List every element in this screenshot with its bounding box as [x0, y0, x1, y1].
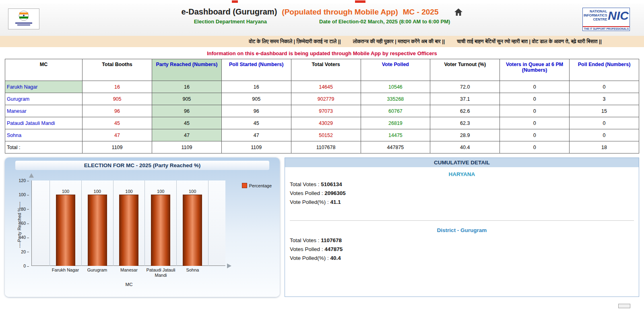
stat-label: Total Votes :: [290, 181, 321, 187]
stat-line: Total Votes : 1107678: [290, 237, 634, 243]
cell-voters-in-queue: 0: [500, 117, 570, 129]
col-header-voter-turnout: Voter Turnout (%): [430, 59, 500, 81]
y-tick: 100: [19, 192, 29, 197]
slogan-2: लोकतन्त्र की यही पुकार | मतदान करेंगे अब…: [353, 39, 445, 45]
cell-voters-in-queue: 0: [500, 141, 570, 153]
table-row: Pataudi Jatauli Mandi 45 45 45 43029 268…: [5, 117, 639, 129]
cumulative-detail-panel: CUMULATIVE DETAIL HARYANA Total Votes : …: [285, 158, 639, 297]
update-notice: Information on this e-dashboard is being…: [0, 50, 644, 56]
legend-swatch: [242, 183, 247, 188]
cell-total-booths: 96: [83, 105, 152, 117]
cell-total-booths: 905: [83, 93, 152, 105]
stat-value: 2096305: [324, 190, 346, 196]
stat-value: 447875: [324, 246, 343, 252]
cell-voter-turnout: 62.6: [430, 105, 500, 117]
cell-vote-polled: 10546: [361, 81, 430, 93]
y-tick: 80: [21, 207, 29, 212]
cumulative-section-district: District - Gurugram Total Votes : 110767…: [290, 227, 634, 261]
bar-group: 100: [50, 180, 81, 266]
cell-vote-polled: 60767: [361, 105, 430, 117]
cell-party-reached: 1109: [152, 141, 221, 153]
slogan-1: वोट के लिए समय निकाले | ज़िम्मेदारी कतई …: [249, 39, 341, 45]
x-category-label: Pataudi Jatauli Mandi: [145, 268, 177, 278]
stat-line: Vote Polled(%) : 40.4: [290, 255, 634, 261]
col-header-vote-polled: Vote Polled: [361, 59, 430, 81]
home-icon[interactable]: [454, 8, 463, 16]
cell-voter-turnout: 62.3: [430, 117, 500, 129]
cell-total-label: Total :: [5, 141, 83, 153]
x-category-label: Manesar: [113, 268, 145, 278]
cell-total-booths: 16: [83, 81, 152, 93]
mc-link[interactable]: Sohna: [7, 133, 21, 138]
cell-total-voters: 43029: [291, 117, 361, 129]
stat-line: Vote Polled(%) : 41.1: [290, 199, 634, 205]
title-mc-year: MC - 2025: [403, 8, 439, 17]
bar-group: 100: [113, 180, 145, 266]
cell-voters-in-queue: 0: [500, 81, 570, 93]
legend-label: Percentage: [249, 183, 272, 188]
horizontal-scrollbar-thumb[interactable]: [618, 304, 630, 308]
cumulative-detail-body: HARYANA Total Votes : 5106134 Votes Poll…: [285, 167, 639, 261]
nic-tagline: THE IT SUPPORT PROFESSIONALS: [583, 26, 630, 31]
slogan-marquee: वोट के लिए समय निकाले | ज़िम्मेदारी कतई …: [0, 36, 644, 47]
x-axis-arrow-icon: [227, 263, 231, 268]
cell-voters-in-queue: 0: [500, 93, 570, 105]
cell-poll-started: 96: [221, 105, 291, 117]
stat-value: 1107678: [321, 237, 342, 243]
mc-link[interactable]: Manesar: [7, 108, 27, 114]
stat-label: Vote Polled(%) :: [290, 199, 330, 205]
stat-value: 40.4: [330, 255, 341, 261]
table-row: Gurugram 905 905 905 902779 335268 37.1 …: [5, 93, 639, 105]
cell-poll-ended: 18: [570, 141, 639, 153]
bar: [119, 195, 138, 266]
bar: [56, 195, 75, 266]
nic-word-2: INFORMATICS: [584, 13, 607, 17]
bar: [88, 195, 107, 266]
cell-poll-started: 905: [221, 93, 291, 105]
bar: [183, 195, 202, 266]
bars-region: 100 100 100 100 100: [50, 180, 208, 266]
chart-panel: ELECTION FOR MC - 2025 (Party Reached %)…: [5, 158, 280, 297]
cell-vote-polled: 14475: [361, 129, 430, 141]
mc-link[interactable]: Gurugram: [7, 96, 29, 102]
bar-value-label: 100: [62, 189, 69, 194]
table-header-row: MC Total Booths Party Reached (Numbers) …: [5, 59, 639, 81]
mc-link[interactable]: Farukh Nagar: [7, 84, 37, 90]
table-row: Sohna 47 47 47 50152 14475 28.9 0 0: [5, 129, 639, 141]
x-category-label: Sohna: [177, 268, 208, 278]
department-label: Election Department Haryana: [194, 19, 267, 25]
cumulative-section-haryana: HARYANA Total Votes : 5106134 Votes Poll…: [290, 171, 634, 205]
col-header-mc: MC: [5, 59, 83, 81]
stat-label: Votes Polled :: [290, 246, 324, 252]
col-header-party-reached: Party Reached (Numbers): [152, 59, 221, 81]
mc-summary-table: MC Total Booths Party Reached (Numbers) …: [5, 59, 639, 153]
bar-value-label: 100: [125, 189, 132, 194]
cell-poll-ended: 0: [570, 117, 639, 129]
y-tick: 20: [21, 249, 29, 254]
stat-label: Votes Polled :: [290, 190, 324, 196]
cell-voter-turnout: 40.4: [430, 141, 500, 153]
mc-link[interactable]: Pataudi Jatauli Mandi: [7, 120, 55, 126]
cell-poll-started: 47: [221, 129, 291, 141]
chart-plot-area: ----Party Reached %---- 120 100 80 60 40…: [10, 171, 274, 290]
y-axis-ticks: 120 100 80 60 40 20 0: [16, 178, 29, 268]
cell-poll-ended: 0: [570, 81, 639, 93]
election-date: Date of Election-02 March, 2025 (8:00 AM…: [319, 19, 450, 25]
slogan-3: चाची ताई बाहण बेटियों सुन त्यो म्हारी बा…: [457, 39, 602, 45]
cell-total-booths: 1109: [83, 141, 152, 153]
bar-value-label: 100: [189, 189, 196, 194]
cell-total-voters: 902779: [291, 93, 361, 105]
section-divider: [290, 220, 634, 221]
stat-value: 5106134: [321, 181, 342, 187]
cell-party-reached: 16: [152, 81, 221, 93]
cell-poll-ended: 15: [570, 105, 639, 117]
cell-voters-in-queue: 0: [500, 105, 570, 117]
cell-party-reached: 47: [152, 129, 221, 141]
cell-poll-ended: 0: [570, 129, 639, 141]
x-category-label: Gurugram: [81, 268, 113, 278]
col-header-voters-in-queue: Voters in Queue at 6 PM (Numbers): [500, 59, 570, 81]
top-marquee-strip: [0, 0, 644, 4]
header: e-Dashboard (Gurugram) (Populated throug…: [0, 4, 644, 36]
nic-word-1: NATIONAL: [584, 9, 607, 13]
bar: [151, 195, 170, 266]
